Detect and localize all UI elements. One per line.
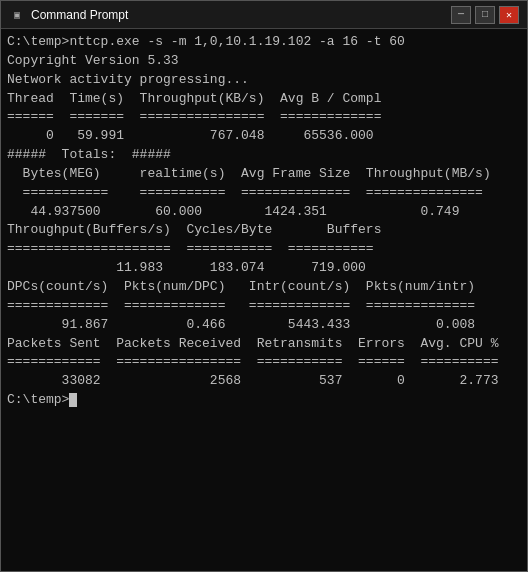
console-line: Copyright Version 5.33 <box>7 52 521 71</box>
window-icon: ▣ <box>9 7 25 23</box>
console-output[interactable]: C:\temp>nttcp.exe -s -m 1,0,10.1.19.102 … <box>1 29 527 571</box>
console-line: ====== ======= ================ ========… <box>7 108 521 127</box>
command-prompt-window: ▣ Command Prompt ─ □ ✕ C:\temp>nttcp.exe… <box>0 0 528 572</box>
console-line: Thread Time(s) Throughput(KB/s) Avg B / … <box>7 90 521 109</box>
console-line: Bytes(MEG) realtime(s) Avg Frame Size Th… <box>7 165 521 184</box>
cursor-blink <box>69 393 77 407</box>
console-line: 0 59.991 767.048 65536.000 <box>7 127 521 146</box>
console-line: ##### Totals: ##### <box>7 146 521 165</box>
console-line: Network activity progressing... <box>7 71 521 90</box>
console-line: C:\temp> <box>7 391 521 410</box>
title-bar: ▣ Command Prompt ─ □ ✕ <box>1 1 527 29</box>
maximize-button[interactable]: □ <box>475 6 495 24</box>
console-line: Packets Sent Packets Received Retransmit… <box>7 335 521 354</box>
console-line: 11.983 183.074 719.000 <box>7 259 521 278</box>
console-line: =========== =========== ============== =… <box>7 184 521 203</box>
console-line: 33082 2568 537 0 2.773 <box>7 372 521 391</box>
console-line: ============= ============= ============… <box>7 297 521 316</box>
console-line: ============ ================ ==========… <box>7 353 521 372</box>
close-button[interactable]: ✕ <box>499 6 519 24</box>
console-line: 44.937500 60.000 1424.351 0.749 <box>7 203 521 222</box>
console-line: C:\temp>nttcp.exe -s -m 1,0,10.1.19.102 … <box>7 33 521 52</box>
title-bar-left: ▣ Command Prompt <box>9 7 128 23</box>
minimize-button[interactable]: ─ <box>451 6 471 24</box>
console-line: ===================== =========== ======… <box>7 240 521 259</box>
window-controls: ─ □ ✕ <box>451 6 519 24</box>
console-line: 91.867 0.466 5443.433 0.008 <box>7 316 521 335</box>
console-line: Throughput(Buffers/s) Cycles/Byte Buffer… <box>7 221 521 240</box>
console-line: DPCs(count/s) Pkts(num/DPC) Intr(count/s… <box>7 278 521 297</box>
window-title: Command Prompt <box>31 8 128 22</box>
